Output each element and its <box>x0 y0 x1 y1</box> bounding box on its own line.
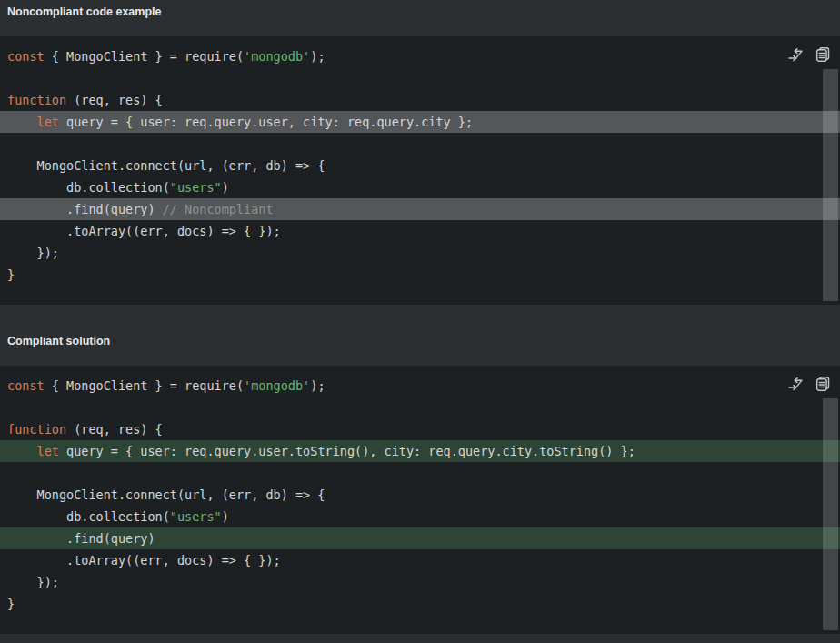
code-line: MongoClient.connect(url, (err, db) => { <box>0 484 840 506</box>
code-line: const { MongoClient } = require('mongodb… <box>0 375 840 397</box>
code-token-kw: function <box>7 422 66 437</box>
code-block-noncompliant: const { MongoClient } = require('mongodb… <box>0 36 840 305</box>
code-line: let query = { user: req.query.user.toStr… <box>0 440 840 462</box>
code-line: .find(query) <box>0 527 840 549</box>
code-token-plain: db.collection( <box>7 180 170 195</box>
code-token-plain: }); <box>7 246 59 260</box>
code-token-plain: .toArray((err, docs) => { }); <box>7 553 281 568</box>
code-token-kw: let <box>37 115 59 129</box>
code-line: }); <box>0 571 840 593</box>
code-line: const { MongoClient } = require('mongodb… <box>0 45 840 67</box>
code-token-str: "users" <box>170 509 222 524</box>
code-token-plain <box>7 115 37 129</box>
code-token-plain: .find(query) <box>7 202 163 216</box>
code-token-plain: } <box>7 267 15 282</box>
code-token-plain: MongoClient.connect(url, (err, db) => { <box>7 487 325 502</box>
code-token-str: 'mongodb' <box>244 378 310 393</box>
code-token-plain: ) <box>222 180 229 195</box>
code-token-kw: function <box>7 93 66 107</box>
code-token-plain: query = { user: req.query.user, city: re… <box>59 115 473 129</box>
code-token-plain: ); <box>310 378 325 393</box>
code-line: .toArray((err, docs) => { }); <box>0 549 840 571</box>
code-line: function (req, res) { <box>0 418 840 440</box>
section-compliant: Compliant solution const { Mong <box>0 305 840 634</box>
code-line: let query = { user: req.query.user, city… <box>0 111 840 133</box>
code-token-plain: }); <box>7 575 59 589</box>
code-token-plain: { MongoClient } = require( <box>45 49 244 64</box>
vertical-scrollbar[interactable] <box>823 398 838 630</box>
code-line <box>0 67 840 89</box>
code-line: MongoClient.connect(url, (err, db) => { <box>0 155 840 176</box>
code-line: db.collection("users") <box>0 506 840 527</box>
code-line: }); <box>0 242 840 264</box>
code-token-plain: } <box>7 597 15 611</box>
code-line: } <box>0 593 840 615</box>
code-toolbar <box>786 45 832 64</box>
code-token-plain: MongoClient.connect(url, (err, db) => { <box>7 158 325 173</box>
code-token-str: "users" <box>170 180 222 195</box>
code-token-plain: (req, res) { <box>66 93 163 107</box>
code-token-com: // Noncompliant <box>163 202 274 216</box>
code-token-str: 'mongodb' <box>244 49 310 64</box>
copy-icon[interactable] <box>814 375 832 393</box>
code-line: db.collection("users") <box>0 176 840 198</box>
section-heading: Compliant solution <box>0 305 840 366</box>
code-line: .toArray((err, docs) => { }); <box>0 220 840 242</box>
code-token-plain <box>7 444 37 458</box>
code-content: const { MongoClient } = require('mongodb… <box>0 375 840 615</box>
code-line: function (req, res) { <box>0 89 840 111</box>
code-line: } <box>0 264 840 286</box>
code-token-plain: db.collection( <box>7 509 170 524</box>
code-line: .find(query) // Noncompliant <box>0 198 840 220</box>
code-token-plain: .find(query) <box>7 531 155 546</box>
code-line <box>0 462 840 484</box>
collapse-arrows-icon[interactable] <box>786 375 805 393</box>
copy-icon[interactable] <box>814 45 832 64</box>
code-token-plain: .toArray((err, docs) => { }); <box>7 224 281 238</box>
code-token-plain: ); <box>310 49 325 64</box>
code-toolbar <box>786 375 832 393</box>
code-block-compliant: const { MongoClient } = require('mongodb… <box>0 366 840 634</box>
vertical-scrollbar[interactable] <box>823 69 838 301</box>
code-token-plain: ) <box>222 509 229 524</box>
code-content: const { MongoClient } = require('mongodb… <box>0 45 840 286</box>
section-noncompliant: Noncompliant code example const <box>0 0 840 305</box>
code-line <box>0 397 840 418</box>
code-token-kw: const <box>7 378 45 393</box>
collapse-arrows-icon[interactable] <box>786 45 805 64</box>
code-token-plain: (req, res) { <box>66 422 163 437</box>
code-token-kw: let <box>37 444 59 458</box>
code-token-plain: { MongoClient } = require( <box>45 378 244 393</box>
section-heading: Noncompliant code example <box>0 0 840 36</box>
code-line <box>0 133 840 155</box>
code-token-kw: const <box>7 49 45 64</box>
code-token-plain: query = { user: req.query.user.toString(… <box>59 444 635 458</box>
